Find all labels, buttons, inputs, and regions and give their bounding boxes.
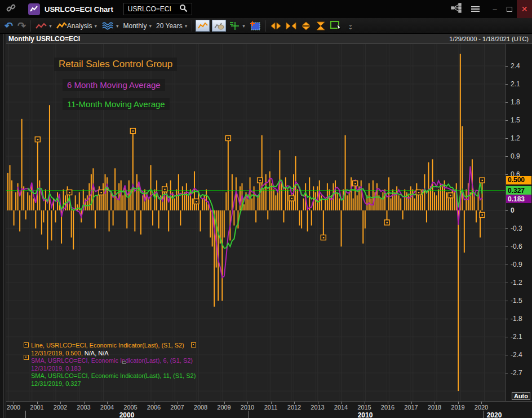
x-tick-label: 2012: [287, 404, 301, 411]
analysis-icon: [56, 22, 67, 30]
y-tick-label: -2.4: [511, 351, 522, 359]
chevron-down-icon: ▾: [49, 23, 52, 29]
chart-type-button[interactable]: ▾: [33, 19, 54, 33]
auto-scale-button[interactable]: Auto: [512, 392, 530, 400]
chart-date-range: 1/29/2000 - 1/18/2021 (UTC): [449, 36, 529, 42]
levels-tool-button[interactable]: ▾: [227, 19, 247, 33]
selection-handle[interactable]: [191, 342, 196, 347]
x-tick-label: 2020: [475, 404, 488, 411]
chevron-down-icon: ▾: [94, 23, 97, 29]
maximize-button[interactable]: [502, 0, 517, 18]
legend-row: SMA, USRLCO=ECI, Economic Indicator(Last…: [31, 372, 196, 380]
decade-separator: [484, 411, 484, 418]
levels-icon: [229, 21, 240, 30]
chart-edit-button[interactable]: [212, 20, 226, 32]
waves-icon: [101, 21, 114, 30]
chart-view-button[interactable]: [196, 20, 210, 32]
y-tick: [506, 283, 508, 283]
y-tick-label: 1.5: [511, 116, 520, 124]
application-window: USRLCO=ECI Chart – ✕ ↶ ↷ ▾ Analysis: [0, 0, 532, 418]
zoom-select-icon: [330, 21, 343, 30]
price-label: 0.183: [506, 195, 531, 203]
title-bar: USRLCO=ECI Chart – ✕: [0, 0, 532, 18]
x-tick-label: 2000: [7, 404, 20, 411]
decade-separator: [249, 411, 249, 418]
link-icon[interactable]: [6, 3, 16, 15]
expand-vertical-icon: [301, 21, 311, 30]
y-tick: [506, 355, 508, 355]
share-network-icon[interactable]: [451, 3, 462, 15]
legend-row: SMA, USRLCO=ECI, Economic Indicator(Last…: [31, 357, 196, 365]
y-tick: [506, 319, 508, 319]
range-select[interactable]: 20 Years ▾: [154, 19, 189, 33]
plot-area[interactable]: Retail Sales Control Group 6 Month Movin…: [6, 44, 505, 401]
y-tick: [506, 138, 508, 139]
y-tick: [506, 373, 508, 373]
x-tick-label: 2002: [54, 404, 67, 411]
y-tick: [506, 228, 508, 229]
x-tick-label: 2017: [404, 404, 418, 411]
y-tick-label: 2.1: [511, 80, 520, 88]
chevron-down-icon: ▾: [185, 23, 188, 29]
y-tick: [506, 84, 508, 85]
chart-header: Monthly USRLCO=ECI 1/29/2000 - 1/18/2021…: [6, 34, 532, 44]
zoom-select-button[interactable]: [328, 19, 345, 33]
selection-handle[interactable]: [24, 342, 29, 347]
interval-select[interactable]: Monthly ▾: [121, 19, 154, 33]
x-axis[interactable]: 2000200120022003200420052006200720082009…: [6, 401, 532, 418]
legend-row: 12/31/2019, 0.500, N/A, N/A: [31, 350, 196, 358]
expand-horizontal-icon: [271, 22, 281, 30]
x-tick-label: 2008: [194, 404, 207, 411]
redo-button[interactable]: ↷: [15, 19, 28, 33]
expand-horizontal-button[interactable]: [268, 19, 283, 33]
y-tick-label: -0.9: [511, 261, 522, 269]
expand-vertical-button[interactable]: [299, 19, 313, 33]
decade-label: 2020: [487, 411, 502, 418]
series-legend[interactable]: Line, USRLCO=ECI, Economic Indicator(Las…: [31, 342, 196, 388]
y-tick: [506, 120, 508, 121]
selection-handle[interactable]: [24, 355, 29, 360]
y-tick: [506, 337, 508, 337]
overlay-button[interactable]: ▾: [99, 19, 121, 33]
y-tick-label: -0.3: [511, 225, 522, 232]
x-tick-label: 2009: [217, 404, 230, 411]
search-icon[interactable]: [179, 4, 188, 15]
y-tick: [506, 247, 508, 247]
add-chart-button[interactable]: [247, 19, 263, 33]
y-axis[interactable]: Auto 2.42.11.81.51.20.90.60-0.3-0.6-0.9-…: [505, 44, 532, 401]
collapse-vertical-button[interactable]: [313, 19, 328, 33]
y-tick-label: 1.8: [511, 98, 520, 106]
menu-icon[interactable]: [471, 5, 480, 13]
minimize-button[interactable]: –: [487, 0, 502, 18]
y-tick: [506, 102, 508, 103]
chart-hand-icon: [214, 22, 224, 30]
x-tick-label: 2005: [123, 404, 137, 411]
undo-button[interactable]: ↶: [2, 19, 15, 33]
close-button[interactable]: ✕: [517, 0, 532, 18]
x-tick-label: 2010: [241, 404, 254, 411]
annotation-ma11[interactable]: 11-Month Moving Average: [63, 98, 170, 110]
chevron-down-icon: ▾: [242, 23, 245, 29]
x-tick-label: 2018: [428, 404, 441, 411]
chart-toolbar: ↶ ↷ ▾ Analysis ▾ ▾ Monthly ▾ 20 Years ▾: [0, 18, 532, 34]
resize-handle[interactable]: [122, 361, 126, 364]
x-tick-label: 2019: [451, 404, 464, 411]
y-tick: [506, 66, 508, 67]
x-tick-label: 2007: [170, 404, 184, 411]
y-tick: [506, 210, 508, 211]
y-tick-label: 2.4: [511, 62, 520, 70]
x-tick-label: 2006: [147, 404, 161, 411]
analysis-button[interactable]: Analysis ▾: [54, 19, 99, 33]
collapse-horizontal-button[interactable]: [283, 19, 299, 33]
x-tick-label: 2013: [311, 404, 324, 411]
more-tools-button[interactable]: ⌄⌄: [348, 23, 353, 29]
symbol-search-input[interactable]: [124, 5, 178, 14]
chevron-down-icon: ▾: [116, 23, 119, 29]
annotation-ma6[interactable]: 6 Month Moving Average: [63, 79, 165, 91]
price-label: 0.500: [506, 176, 531, 184]
y-tick-label: -2.1: [511, 333, 522, 341]
symbol-search-box[interactable]: [123, 3, 192, 15]
y-tick-label: 1.2: [511, 134, 520, 142]
annotation-chart-title[interactable]: Retail Sales Control Group: [54, 58, 177, 71]
left-splitter[interactable]: [0, 34, 6, 418]
